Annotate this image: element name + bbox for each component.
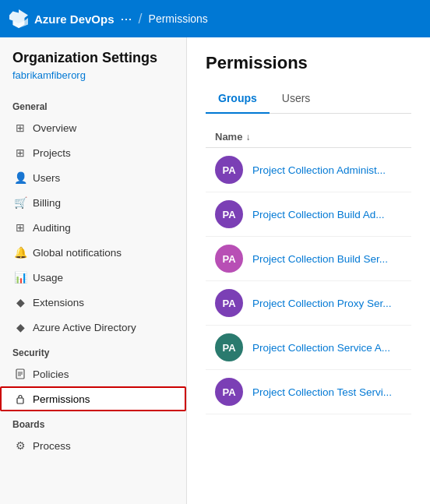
usage-icon: 📊 bbox=[14, 271, 26, 284]
sidebar-item-users-label: Users bbox=[33, 172, 60, 184]
sidebar-item-billing-label: Billing bbox=[33, 197, 61, 209]
breadcrumb-separator: / bbox=[139, 11, 143, 27]
app-name: Azure DevOps bbox=[34, 12, 115, 26]
avatar: PA bbox=[215, 200, 243, 228]
sidebar-item-usage-label: Usage bbox=[33, 272, 63, 284]
breadcrumb-permissions: Permissions bbox=[149, 12, 208, 25]
avatar: PA bbox=[215, 245, 243, 273]
sidebar: Organization Settings fabrikamfiberorg G… bbox=[0, 37, 187, 504]
sidebar-item-permissions[interactable]: Permissions bbox=[0, 386, 186, 411]
row-name[interactable]: Project Collection Build Ad... bbox=[252, 209, 385, 220]
table-header: Name ↓ bbox=[206, 126, 411, 148]
page-title: Permissions bbox=[206, 53, 411, 73]
table-row[interactable]: PA Project Collection Service A... bbox=[206, 326, 411, 370]
tabs-bar: Groups Users bbox=[206, 86, 411, 114]
sidebar-item-extensions[interactable]: ◆ Extensions bbox=[0, 290, 186, 315]
sidebar-item-overview-label: Overview bbox=[33, 122, 76, 134]
app-logo[interactable]: Azure DevOps bbox=[9, 9, 115, 28]
overview-icon: ⊞ bbox=[14, 122, 26, 134]
sort-icon: ↓ bbox=[245, 132, 250, 143]
sidebar-section-boards: Boards bbox=[0, 411, 186, 433]
billing-icon: 🛒 bbox=[14, 196, 26, 209]
sidebar-item-azure-ad[interactable]: ◆ Azure Active Directory bbox=[0, 315, 186, 340]
tab-groups[interactable]: Groups bbox=[206, 86, 270, 114]
svg-rect-1 bbox=[17, 398, 23, 404]
permissions-icon bbox=[14, 393, 26, 405]
sidebar-item-auditing[interactable]: ⊞ Auditing bbox=[0, 215, 186, 240]
topbar: Azure DevOps ··· / Permissions bbox=[0, 0, 430, 37]
sidebar-item-policies-label: Policies bbox=[33, 368, 69, 380]
sidebar-item-process[interactable]: ⚙ Process bbox=[0, 433, 186, 458]
main-layout: Organization Settings fabrikamfiberorg G… bbox=[0, 37, 430, 504]
table-row[interactable]: PA Project Collection Administ... bbox=[206, 148, 411, 192]
extensions-icon: ◆ bbox=[14, 296, 26, 308]
azure-ad-icon: ◆ bbox=[14, 321, 26, 333]
sidebar-item-extensions-label: Extensions bbox=[33, 297, 84, 308]
sidebar-item-users[interactable]: 👤 Users bbox=[0, 165, 186, 190]
avatar: PA bbox=[215, 156, 243, 184]
sidebar-item-auditing-label: Auditing bbox=[33, 222, 71, 234]
logo-icon bbox=[9, 9, 28, 28]
sidebar-item-billing[interactable]: 🛒 Billing bbox=[0, 190, 186, 215]
sidebar-title: Organization Settings bbox=[0, 50, 186, 69]
avatar: PA bbox=[215, 378, 243, 406]
sidebar-item-projects[interactable]: ⊞ Projects bbox=[0, 140, 186, 165]
sidebar-section-security: Security bbox=[0, 340, 186, 361]
content-area: Permissions Groups Users Name ↓ PA Proje… bbox=[187, 37, 430, 504]
sidebar-item-azure-ad-label: Azure Active Directory bbox=[33, 322, 136, 333]
tab-users[interactable]: Users bbox=[270, 86, 323, 114]
row-name[interactable]: Project Collection Test Servi... bbox=[252, 386, 392, 398]
notifications-icon: 🔔 bbox=[14, 246, 26, 259]
table-row[interactable]: PA Project Collection Build Ser... bbox=[206, 237, 411, 281]
column-name[interactable]: Name ↓ bbox=[215, 131, 250, 143]
sidebar-item-policies[interactable]: Policies bbox=[0, 361, 186, 386]
avatar: PA bbox=[215, 333, 243, 361]
row-name[interactable]: Project Collection Administ... bbox=[252, 164, 386, 176]
projects-icon: ⊞ bbox=[14, 146, 26, 159]
sidebar-org-link[interactable]: fabrikamfiberorg bbox=[0, 69, 186, 93]
sidebar-item-usage[interactable]: 📊 Usage bbox=[0, 265, 186, 290]
sidebar-item-projects-label: Projects bbox=[33, 147, 71, 159]
policies-icon bbox=[14, 368, 26, 380]
table-row[interactable]: PA Project Collection Build Ad... bbox=[206, 192, 411, 237]
avatar: PA bbox=[215, 289, 243, 317]
sidebar-item-notifications-label: Global notifications bbox=[33, 247, 122, 259]
table-row[interactable]: PA Project Collection Test Servi... bbox=[206, 370, 411, 414]
sidebar-section-general: General bbox=[0, 93, 186, 115]
auditing-icon: ⊞ bbox=[14, 221, 26, 234]
column-name-label: Name bbox=[215, 131, 242, 143]
more-options-icon[interactable]: ··· bbox=[121, 11, 132, 27]
row-name[interactable]: Project Collection Service A... bbox=[252, 342, 390, 354]
sidebar-item-global-notifications[interactable]: 🔔 Global notifications bbox=[0, 240, 186, 265]
row-name[interactable]: Project Collection Proxy Ser... bbox=[252, 298, 392, 309]
table-row[interactable]: PA Project Collection Proxy Ser... bbox=[206, 281, 411, 326]
process-icon: ⚙ bbox=[14, 439, 26, 452]
row-name[interactable]: Project Collection Build Ser... bbox=[252, 253, 388, 265]
sidebar-item-overview[interactable]: ⊞ Overview bbox=[0, 115, 186, 140]
sidebar-item-process-label: Process bbox=[33, 440, 71, 452]
sidebar-item-permissions-label: Permissions bbox=[33, 393, 90, 405]
users-icon: 👤 bbox=[14, 171, 26, 184]
